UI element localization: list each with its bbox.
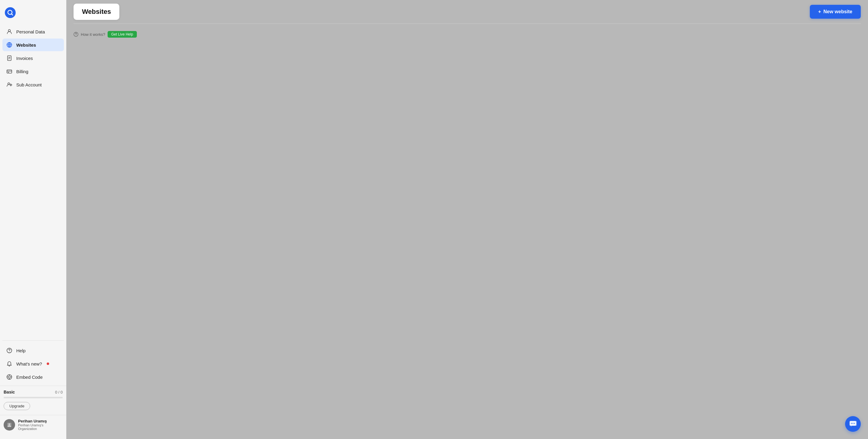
avatar-icon <box>6 422 12 428</box>
sidebar-item-sub-account[interactable]: Sub Account <box>2 78 64 91</box>
svg-line-1 <box>11 14 13 15</box>
globe-icon <box>6 41 13 48</box>
svg-point-35 <box>854 423 855 424</box>
user-org: Perihan Uramış's Organization <box>18 423 63 431</box>
sidebar-item-personal-data[interactable]: Personal Data <box>2 25 64 38</box>
upgrade-button[interactable]: Upgrade <box>4 402 30 410</box>
plan-count: 0 / 0 <box>55 390 63 395</box>
sidebar-item-whats-new[interactable]: What's new? <box>2 358 64 370</box>
sidebar-bottom-nav: Help What's new? <box>0 344 66 383</box>
svg-point-21 <box>9 352 10 352</box>
plan-name: Basic <box>4 390 15 395</box>
sidebar-item-websites[interactable]: Websites <box>2 38 64 51</box>
plan-progress-bar <box>4 397 63 398</box>
main-header: Websites + New website <box>66 0 868 24</box>
sidebar-item-label: Sub Account <box>16 82 41 87</box>
bell-icon <box>6 361 13 367</box>
plan-header: Basic 0 / 0 <box>4 390 63 395</box>
sidebar-item-label: What's new? <box>16 361 42 366</box>
svg-point-34 <box>852 423 854 424</box>
invoice-icon <box>6 55 13 61</box>
sidebar-item-label: Personal Data <box>16 29 45 34</box>
get-live-help-button[interactable]: Get Live Help <box>107 31 137 38</box>
nav-divider <box>2 340 64 341</box>
sidebar-item-label: Invoices <box>16 56 33 61</box>
chat-fab-button[interactable] <box>845 416 861 432</box>
svg-point-29 <box>8 423 10 425</box>
question-icon <box>73 32 79 37</box>
sidebar-item-invoices[interactable]: Invoices <box>2 52 64 64</box>
logo-icon <box>7 9 13 16</box>
svg-rect-13 <box>8 72 9 73</box>
whats-new-badge <box>47 363 49 365</box>
page-title-card: Websites <box>73 4 119 20</box>
sidebar-item-embed-code[interactable]: Embed Code <box>2 371 64 383</box>
svg-point-33 <box>851 423 852 424</box>
sidebar-item-billing[interactable]: Billing <box>2 65 64 78</box>
sidebar-item-label: Websites <box>16 42 36 47</box>
sidebar-item-label: Billing <box>16 69 28 74</box>
sidebar-item-label: Embed Code <box>16 375 43 380</box>
page-title: Websites <box>82 8 111 15</box>
logo-area <box>0 5 66 25</box>
svg-point-15 <box>10 84 11 86</box>
user-info: Perihan Uramış Perihan Uramış's Organiza… <box>18 419 63 431</box>
avatar <box>4 419 15 431</box>
new-website-label: New website <box>824 9 852 14</box>
main-body: How it works? Get Live Help <box>66 24 868 439</box>
how-it-works-row: How it works? Get Live Help <box>73 31 861 38</box>
how-it-works-label: How it works? <box>81 32 105 37</box>
sidebar: Personal Data Websites <box>0 0 66 439</box>
svg-point-23 <box>8 376 10 378</box>
svg-rect-11 <box>7 70 12 73</box>
sidebar-item-help[interactable]: Help <box>2 344 64 357</box>
person-icon <box>6 28 13 35</box>
sidebar-item-label: Help <box>16 348 26 353</box>
user-name: Perihan Uramış <box>18 419 63 423</box>
plan-section: Basic 0 / 0 Upgrade <box>0 386 66 412</box>
app-logo <box>5 7 16 18</box>
new-website-button[interactable]: + New website <box>810 5 861 19</box>
svg-point-14 <box>8 83 10 85</box>
billing-icon <box>6 68 13 75</box>
embed-icon <box>6 374 13 380</box>
sub-account-icon <box>6 81 13 88</box>
main-nav: Personal Data Websites <box>0 25 66 337</box>
svg-point-2 <box>8 30 10 32</box>
plus-icon: + <box>818 9 821 14</box>
main-content: Websites + New website How it works? Get… <box>66 0 868 439</box>
help-icon <box>6 347 13 354</box>
user-section[interactable]: Perihan Uramış Perihan Uramış's Organiza… <box>0 415 66 434</box>
chat-icon <box>849 420 857 428</box>
